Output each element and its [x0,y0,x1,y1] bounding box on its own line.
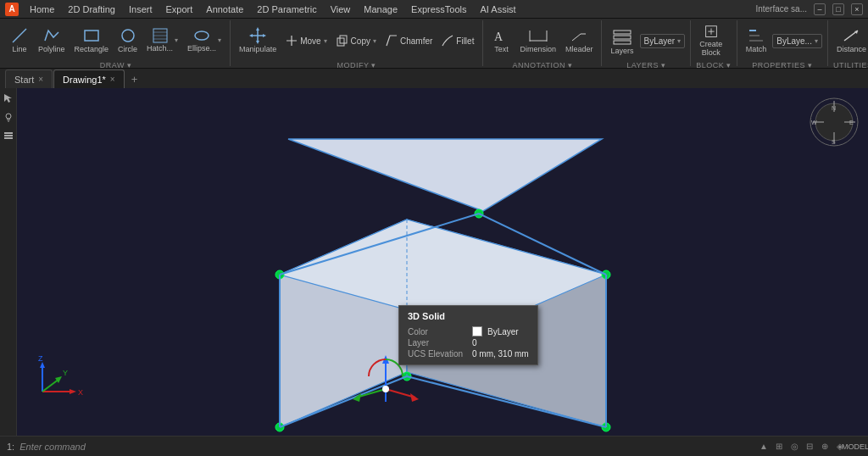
title-bar-menus: Home 2D Drafting Insert Export Annotate … [24,3,522,16]
svg-marker-10 [249,34,253,37]
svg-line-18 [572,34,581,41]
status-model[interactable]: MODEL [849,441,861,453]
svg-rect-41 [4,137,13,139]
ellipse-dropdown[interactable]: ▾ [218,36,221,44]
sidebar-tool-layers[interactable] [2,129,15,142]
menu-2ddrafting[interactable]: 2D Drafting [62,3,121,16]
menu-view[interactable]: View [325,3,357,16]
tab-drawing1-close[interactable]: × [110,75,115,84]
prompt-text: Enter command [19,442,86,452]
status-expand-icon[interactable]: ▲ [758,441,770,453]
utilities-group-label: UTILITIES ▾ [833,61,868,68]
ribbon-btn-text[interactable]: A Text [488,22,514,59]
menu-insert[interactable]: Insert [123,3,159,16]
svg-line-0 [13,29,26,42]
ribbon-group-modify: Manipulate Move ▾ Copy ▾ Chamfer [232,20,483,66]
maximize-button[interactable]: □ [832,3,844,15]
ribbon-btn-chamfer[interactable]: Chamfer [382,33,436,48]
menu-2dparametric[interactable]: 2D Parametric [251,3,322,16]
svg-rect-13 [340,36,347,43]
tabs-row: Start × Drawing1* × + [0,69,868,89]
ribbon-block-items: CreateBlock [696,22,726,59]
tooltip-row-layer: Layer 0 [408,337,529,348]
prompt-prefix: 1: [7,442,14,452]
status-ortho[interactable]: ⊟ [804,441,815,453]
ribbon-btn-copy[interactable]: Copy ▾ [333,33,380,48]
draw-group-label: DRAW ▾ [7,61,225,68]
canvas-area[interactable]: Z X Y N S W E 3D Solid Color [17,88,868,436]
svg-marker-63 [410,393,419,402]
ribbon-btn-match[interactable]: Match [743,22,771,59]
sidebar-tool-bulb[interactable] [2,110,15,124]
minimize-button[interactable]: – [814,3,826,15]
svg-marker-9 [256,41,259,44]
create-block-label: CreateBlock [699,41,722,58]
svg-text:S: S [832,139,836,145]
viewcube[interactable]: N S W E [809,97,860,147]
rectangle-label: Rectangle [75,46,109,54]
ribbon-layers-dropdown[interactable]: ByLayer ▾ [640,34,686,48]
svg-line-73 [42,379,59,392]
ribbon-bylayer-dropdown[interactable]: ByLaye... ▾ [772,34,822,48]
status-snap[interactable]: ◎ [788,441,800,453]
dimension-label: Dimension [520,46,556,54]
tab-start-close[interactable]: × [38,75,43,84]
hatch-dropdown[interactable]: ▾ [175,36,178,44]
ribbon-btn-polyline[interactable]: Polyline [35,22,69,59]
ribbon-btn-rectangle[interactable]: Rectangle [71,22,113,59]
status-grid[interactable]: ⊞ [773,441,785,453]
tooltip-value-color: ByLayer [487,327,519,336]
menu-aiassist[interactable]: AI Assist [474,3,521,16]
menu-manage[interactable]: Manage [358,3,403,16]
svg-marker-11 [263,34,266,37]
menu-home[interactable]: Home [24,3,60,16]
tab-start[interactable]: Start × [5,70,53,88]
layers-group-label: LAYERS ▾ [607,61,685,68]
distance-label: Distance [837,46,866,54]
ribbon-btn-distance[interactable]: Distance [833,22,868,59]
drawing-canvas [17,88,868,436]
menu-annotate[interactable]: Annotate [200,3,249,16]
svg-text:Y: Y [63,369,68,377]
move-dropdown[interactable]: ▾ [324,37,327,45]
ribbon-group-block: CreateBlock BLOCK ▾ [693,20,737,66]
copy-dropdown[interactable]: ▾ [373,37,376,45]
ribbon-btn-dimension[interactable]: Dimension [516,22,559,59]
status-polar[interactable]: ⊕ [819,441,831,453]
ribbon-btn-move[interactable]: Move ▾ [282,33,330,48]
close-button[interactable]: × [851,3,863,15]
ribbon-btn-hatch[interactable]: Hatch... ▾ [143,26,181,55]
block-group-label: BLOCK ▾ [696,61,732,68]
svg-rect-39 [4,132,13,134]
ribbon-btn-mleader[interactable]: Mleader [562,22,597,59]
sidebar-tool-cursor[interactable] [2,92,15,105]
ribbon-group-annotation: A Text Dimension Mleader ANNOTATION ▾ [485,20,602,66]
ribbon-btn-create-block[interactable]: CreateBlock [696,22,726,59]
ribbon-btn-manipulate[interactable]: Manipulate [236,22,280,59]
menu-export[interactable]: Export [160,3,199,16]
menu-expresstools[interactable]: ExpressTools [405,3,472,16]
ribbon-draw-items: Line Polyline Rectangle Circle [7,22,225,59]
modify-group-label: MODIFY ▾ [236,61,477,68]
svg-rect-22 [614,41,631,44]
mleader-label: Mleader [565,46,593,54]
ribbon-toolbar: Line Polyline Rectangle Circle [0,19,868,68]
svg-point-66 [382,386,389,392]
ribbon-group-draw: Line Polyline Rectangle Circle [3,20,231,66]
tooltip-value-layer: 0 [472,338,477,348]
tab-drawing1-label: Drawing1* [63,75,106,85]
tooltip-value-elevation: 0 mm, 310 mm [472,349,529,359]
title-bar-right: Interface sa... – □ × [755,3,863,15]
ribbon-btn-fillet[interactable]: Fillet [438,33,477,48]
ribbon: Line Polyline Rectangle Circle [0,19,868,69]
ribbon-btn-circle[interactable]: Circle [114,22,141,59]
tab-add-button[interactable]: + [125,70,144,88]
tab-drawing1[interactable]: Drawing1* × [53,70,125,88]
svg-point-2 [122,30,134,42]
tooltip-title: 3D Solid [408,311,529,321]
svg-rect-12 [337,38,344,46]
ribbon-btn-line[interactable]: Line [7,22,32,59]
ribbon-btn-layers[interactable]: Layers [607,22,637,59]
ribbon-layers-items: Layers ByLayer ▾ [607,22,685,59]
ribbon-btn-ellipse[interactable]: Ellipse... ▾ [184,26,225,55]
